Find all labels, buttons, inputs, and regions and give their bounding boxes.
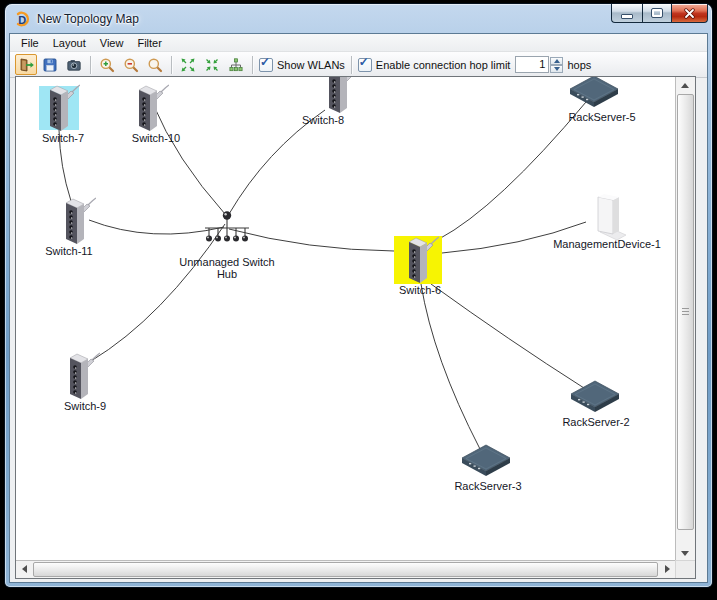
toolbar-separator bbox=[351, 56, 352, 74]
horizontal-scroll-thumb[interactable] bbox=[33, 562, 658, 577]
node-switch-7[interactable] bbox=[46, 83, 80, 133]
menu-bar: FileLayoutViewFilter bbox=[10, 34, 707, 52]
zoom-in-button[interactable] bbox=[96, 54, 118, 75]
node-label-switch-9: Switch-9 bbox=[16, 400, 165, 412]
tree-layout-button[interactable] bbox=[225, 54, 247, 75]
topology-canvas[interactable]: Switch-7Switch-10Switch-8RackServer-5Swi… bbox=[16, 77, 675, 561]
switch-icon bbox=[325, 77, 359, 115]
contract-layout-button[interactable] bbox=[201, 54, 223, 75]
expand-layout-button[interactable] bbox=[177, 54, 199, 75]
switch-icon bbox=[62, 196, 96, 246]
node-label-hub: Unmanaged SwitchHub bbox=[147, 256, 307, 280]
close-icon bbox=[684, 8, 695, 19]
tower-icon bbox=[584, 193, 628, 241]
magnifier-icon bbox=[147, 57, 163, 73]
close-button[interactable] bbox=[672, 4, 708, 23]
node-rackserver-2[interactable] bbox=[569, 379, 621, 413]
title-bar[interactable]: D New Topology Map bbox=[5, 4, 712, 33]
zoom-reset-button[interactable] bbox=[144, 54, 166, 75]
chevron-up-icon bbox=[554, 59, 560, 63]
maximize-button[interactable] bbox=[642, 4, 672, 23]
node-rackserver-5[interactable] bbox=[568, 77, 620, 108]
arrow-right-icon bbox=[665, 565, 670, 573]
node-switch-6[interactable] bbox=[405, 235, 439, 285]
node-label-rackserver-2: RackServer-2 bbox=[516, 416, 675, 428]
save-button[interactable] bbox=[39, 54, 61, 75]
check-icon: ✓ bbox=[260, 55, 270, 69]
camera-icon bbox=[66, 57, 82, 73]
hops-suffix-label: hops bbox=[567, 59, 591, 71]
arrow-left-icon bbox=[22, 565, 27, 573]
node-rackserver-3[interactable] bbox=[460, 443, 512, 477]
node-switch-11[interactable] bbox=[62, 196, 96, 246]
rackserver-icon bbox=[569, 379, 621, 413]
node-label-switch-8: Switch-8 bbox=[243, 114, 403, 126]
arrows-in-icon bbox=[204, 57, 220, 73]
scroll-right-button[interactable] bbox=[659, 561, 675, 577]
edges-layer bbox=[16, 77, 675, 561]
rackserver-icon bbox=[568, 77, 620, 108]
menu-item-filter[interactable]: Filter bbox=[130, 35, 168, 51]
node-label-managementdevice-1: ManagementDevice-1 bbox=[527, 238, 675, 250]
thumb-grip-icon bbox=[682, 308, 689, 315]
show-wlans-checkbox[interactable]: ✓ bbox=[259, 58, 273, 72]
arrow-up-icon bbox=[681, 83, 689, 88]
menu-item-layout[interactable]: Layout bbox=[46, 35, 93, 51]
spin-down-button[interactable] bbox=[550, 65, 563, 73]
map-panel: Switch-7Switch-10Switch-8RackServer-5Swi… bbox=[15, 76, 696, 579]
node-label-switch-10: Switch-10 bbox=[76, 132, 236, 144]
node-switch-9[interactable] bbox=[66, 351, 100, 401]
hop-count-spinner bbox=[550, 57, 563, 73]
node-switch-10[interactable] bbox=[135, 83, 169, 133]
floppy-icon bbox=[42, 57, 58, 73]
scroll-up-button[interactable] bbox=[676, 77, 694, 93]
node-switch-8[interactable] bbox=[325, 77, 359, 115]
snapshot-button[interactable] bbox=[63, 54, 85, 75]
topology-map-window: D New Topology Map FileLayoutViewFilter … bbox=[5, 4, 712, 587]
toolbar-separator bbox=[171, 56, 172, 74]
show-wlans-row: ✓ Show WLANs bbox=[259, 58, 345, 72]
vertical-scrollbar[interactable] bbox=[675, 77, 695, 561]
spin-up-button[interactable] bbox=[550, 57, 563, 65]
switch-icon bbox=[405, 235, 439, 285]
switch-icon bbox=[46, 83, 80, 133]
vertical-scroll-thumb[interactable] bbox=[677, 94, 694, 530]
scroll-down-button[interactable] bbox=[676, 545, 694, 561]
node-label2-hub: Hub bbox=[147, 268, 307, 280]
hop-count-field[interactable]: 1 bbox=[515, 56, 549, 73]
svg-text:D: D bbox=[18, 14, 26, 26]
menu-item-view[interactable]: View bbox=[93, 35, 131, 51]
switch-icon bbox=[66, 351, 100, 401]
node-hub[interactable] bbox=[200, 209, 254, 245]
node-managementdevice-1[interactable] bbox=[584, 193, 628, 241]
minimize-button[interactable] bbox=[611, 4, 642, 23]
horizontal-scrollbar[interactable] bbox=[16, 560, 675, 578]
scrollbar-corner bbox=[675, 560, 695, 578]
check-icon: ✓ bbox=[359, 55, 369, 69]
node-label-rackserver-5: RackServer-5 bbox=[522, 111, 675, 123]
arrows-out-icon bbox=[180, 57, 196, 73]
hop-limit-checkbox[interactable]: ✓ bbox=[358, 58, 372, 72]
zoom-out-button[interactable] bbox=[120, 54, 142, 75]
caption-buttons bbox=[611, 4, 708, 23]
window-title: New Topology Map bbox=[37, 12, 139, 26]
chevron-down-icon bbox=[554, 67, 560, 71]
hop-limit-label[interactable]: Enable connection hop limit bbox=[376, 59, 511, 71]
export-map-button[interactable] bbox=[15, 54, 37, 75]
app-icon[interactable]: D bbox=[15, 11, 31, 27]
switch-icon bbox=[135, 83, 169, 133]
scroll-left-button[interactable] bbox=[16, 561, 32, 577]
node-label-switch-11: Switch-11 bbox=[16, 245, 149, 257]
zoom-in-icon bbox=[99, 57, 115, 73]
zoom-out-icon bbox=[123, 57, 139, 73]
node-label-switch-6: Switch-6 bbox=[340, 284, 500, 296]
toolbar-separator bbox=[90, 56, 91, 74]
node-label-rackserver-3: RackServer-3 bbox=[408, 480, 568, 492]
hop-limit-row: ✓ Enable connection hop limit 1 hops bbox=[358, 56, 591, 73]
show-wlans-label[interactable]: Show WLANs bbox=[277, 59, 345, 71]
tree-layout-icon bbox=[228, 57, 244, 73]
arrow-down-icon bbox=[681, 551, 689, 556]
menu-item-file[interactable]: File bbox=[14, 35, 46, 51]
hub-icon bbox=[200, 209, 254, 245]
minimize-icon bbox=[621, 14, 633, 19]
